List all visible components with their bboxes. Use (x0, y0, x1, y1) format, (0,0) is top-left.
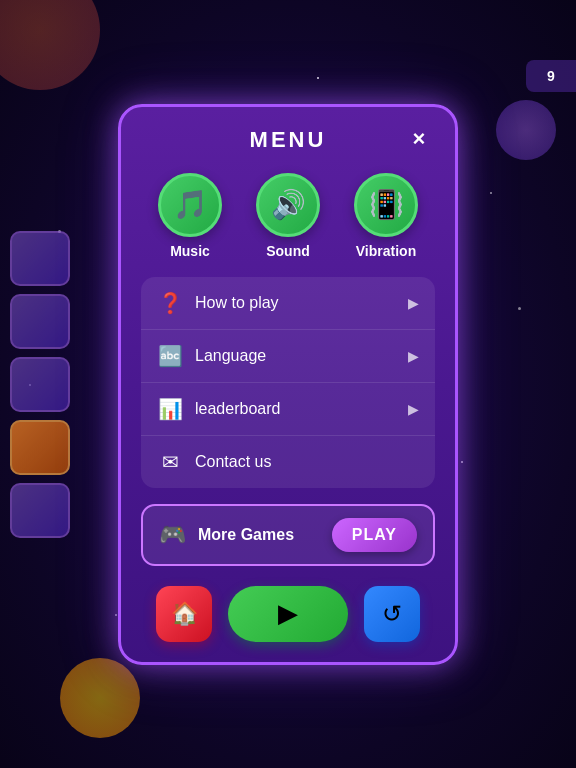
more-games-label: More Games (198, 526, 332, 544)
music-toggle-button[interactable]: 🎵 (158, 173, 222, 237)
more-games-play-button[interactable]: PLAY (332, 518, 417, 552)
menu-title: MENU (250, 127, 327, 153)
how-to-play-label: How to play (195, 294, 408, 312)
right-score-panel: 9 (526, 60, 576, 92)
music-label: Music (170, 243, 210, 259)
how-to-play-arrow: ▶ (408, 295, 419, 311)
score-number: 9 (547, 68, 555, 84)
home-icon: 🏠 (171, 601, 198, 627)
tile-3 (10, 357, 70, 412)
sound-icon: 🔊 (271, 188, 306, 221)
sound-toggle-button[interactable]: 🔊 (256, 173, 320, 237)
left-game-panel (0, 0, 80, 768)
vibration-toggle-item: 📳 Vibration (354, 173, 418, 259)
more-games-icon: 🎮 (159, 522, 186, 548)
language-icon: 🔤 (157, 344, 183, 368)
contact-us-label: Contact us (195, 453, 419, 471)
bottom-actions: 🏠 ▶ ↺ (141, 586, 435, 642)
sound-label: Sound (266, 243, 310, 259)
tile-4 (10, 420, 70, 475)
play-button[interactable]: ▶ (228, 586, 348, 642)
music-toggle-item: 🎵 Music (158, 173, 222, 259)
menu-modal: MENU × 🎵 Music 🔊 Sound 📳 Vibration (118, 104, 458, 665)
language-arrow: ▶ (408, 348, 419, 364)
music-icon: 🎵 (173, 188, 208, 221)
help-icon: ❓ (157, 291, 183, 315)
toggle-row: 🎵 Music 🔊 Sound 📳 Vibration (141, 173, 435, 259)
contact-icon: ✉ (157, 450, 183, 474)
bg-decoration-3 (496, 100, 556, 160)
vibration-toggle-button[interactable]: 📳 (354, 173, 418, 237)
close-button[interactable]: × (403, 123, 435, 155)
leaderboard-arrow: ▶ (408, 401, 419, 417)
language-label: Language (195, 347, 408, 365)
tile-1 (10, 231, 70, 286)
home-button[interactable]: 🏠 (156, 586, 212, 642)
menu-item-leaderboard[interactable]: 📊 leaderboard ▶ (141, 383, 435, 436)
menu-header: MENU × (141, 127, 435, 153)
leaderboard-icon: 📊 (157, 397, 183, 421)
replay-icon: ↺ (382, 600, 402, 628)
tile-2 (10, 294, 70, 349)
more-games-row[interactable]: 🎮 More Games PLAY (141, 504, 435, 566)
menu-item-language[interactable]: 🔤 Language ▶ (141, 330, 435, 383)
vibration-icon: 📳 (369, 188, 404, 221)
menu-item-how-to-play[interactable]: ❓ How to play ▶ (141, 277, 435, 330)
play-icon: ▶ (278, 598, 298, 629)
replay-button[interactable]: ↺ (364, 586, 420, 642)
leaderboard-label: leaderboard (195, 400, 408, 418)
vibration-label: Vibration (356, 243, 416, 259)
tile-5 (10, 483, 70, 538)
menu-item-contact-us[interactable]: ✉ Contact us (141, 436, 435, 488)
sound-toggle-item: 🔊 Sound (256, 173, 320, 259)
menu-items-list: ❓ How to play ▶ 🔤 Language ▶ 📊 leaderboa… (141, 277, 435, 488)
